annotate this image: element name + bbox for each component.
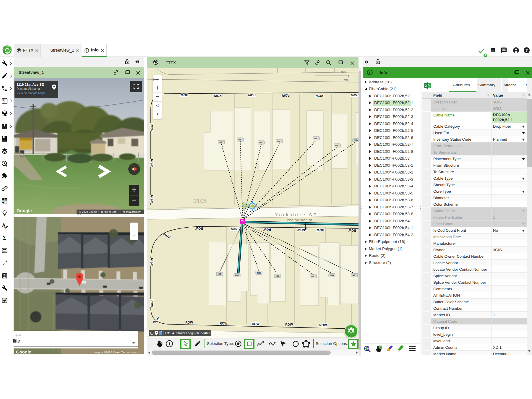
svg-text:ROW: ROW bbox=[214, 94, 222, 98]
svg-text:DEC100h-F002b,52: DEC100h-F002b,52 bbox=[287, 218, 312, 222]
svg-text:Σ: Σ bbox=[3, 235, 7, 241]
svg-text:NID: NID bbox=[353, 274, 357, 277]
svg-text:Imagery ©2020 Maxar Technologi: Imagery ©2020 Maxar Technologies bbox=[93, 351, 138, 354]
svg-text:Yorkshire SE: Yorkshire SE bbox=[275, 212, 318, 217]
svg-text:ROW: ROW bbox=[282, 94, 290, 97]
svg-text:ROW: ROW bbox=[150, 258, 154, 266]
svg-text:ROW: ROW bbox=[317, 228, 324, 232]
svg-text:NID: NID bbox=[278, 140, 282, 143]
svg-text:X: X bbox=[425, 84, 427, 87]
svg-text:2105: 2105 bbox=[194, 198, 207, 204]
svg-text:NID: NID bbox=[330, 274, 334, 277]
svg-text:NID: NID bbox=[218, 273, 222, 275]
svg-text:NID: NID bbox=[314, 137, 319, 140]
svg-text:© 2020 Google: © 2020 Google bbox=[79, 210, 97, 213]
svg-text:ROW: ROW bbox=[185, 321, 193, 324]
svg-text:?: ? bbox=[525, 48, 528, 53]
svg-text:Report a problem: Report a problem bbox=[121, 210, 141, 213]
svg-text:NID: NID bbox=[235, 274, 239, 277]
svg-text:NID: NID bbox=[239, 138, 243, 141]
svg-text:10m: 10m bbox=[340, 70, 346, 74]
svg-text:ROW: ROW bbox=[150, 124, 154, 131]
svg-text:ROW: ROW bbox=[231, 227, 239, 231]
svg-text:NID: NID bbox=[276, 275, 280, 277]
svg-text:X: X bbox=[2, 200, 4, 202]
svg-text:ROW: ROW bbox=[195, 227, 203, 230]
svg-text:ROW: ROW bbox=[150, 299, 154, 307]
svg-text:ROW: ROW bbox=[319, 323, 327, 327]
svg-text:ROW: ROW bbox=[297, 228, 305, 232]
svg-text:ROW: ROW bbox=[316, 94, 323, 98]
svg-text:ROW: ROW bbox=[351, 93, 359, 97]
svg-text:Google: Google bbox=[16, 349, 31, 354]
svg-text:NID: NID bbox=[354, 139, 358, 142]
svg-text:ROW: ROW bbox=[348, 229, 356, 232]
svg-text:ROW: ROW bbox=[263, 228, 271, 231]
svg-text:NID: NID bbox=[220, 141, 224, 144]
svg-text:ROW: ROW bbox=[150, 159, 154, 167]
svg-text:ROW: ROW bbox=[150, 195, 154, 203]
svg-text:ROW: ROW bbox=[220, 322, 227, 325]
svg-text:NID: NID bbox=[259, 141, 264, 144]
svg-text:ROW: ROW bbox=[252, 322, 259, 326]
svg-text:ROW: ROW bbox=[248, 93, 256, 97]
svg-text:NID: NID bbox=[335, 144, 340, 147]
svg-text:ROW: ROW bbox=[181, 93, 188, 97]
svg-text:NID: NID bbox=[312, 275, 316, 278]
svg-text:ROW: ROW bbox=[285, 323, 293, 326]
svg-text:NID: NID bbox=[257, 272, 261, 274]
svg-text:40ft: 40ft bbox=[344, 78, 348, 81]
svg-text:Google: Google bbox=[17, 208, 32, 213]
svg-text:Terms of Use: Terms of Use bbox=[101, 210, 116, 213]
